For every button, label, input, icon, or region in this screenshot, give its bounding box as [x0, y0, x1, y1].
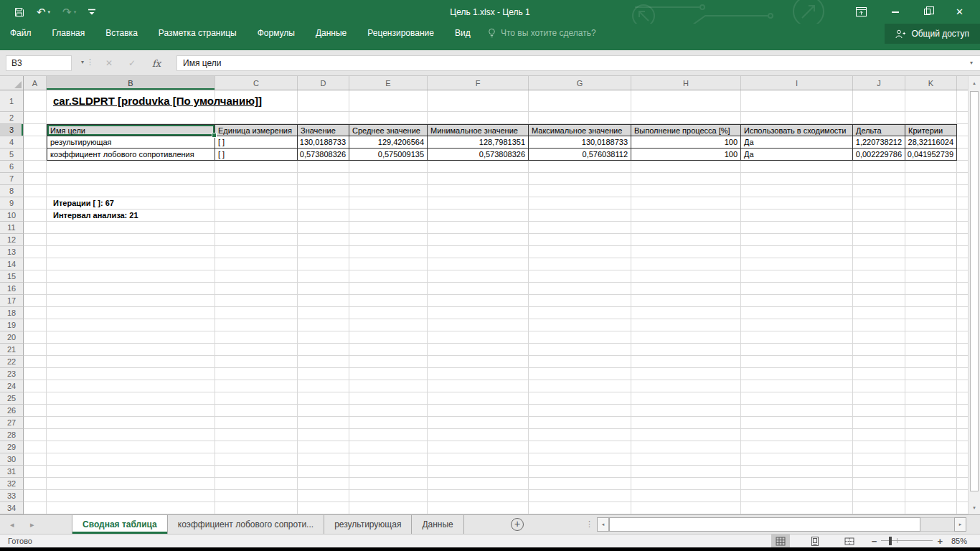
cell-D31[interactable] [298, 466, 349, 478]
ribbon-tab-разметка-страницы[interactable]: Разметка страницы [159, 24, 237, 42]
cell-I12[interactable] [741, 234, 853, 246]
cell-I29[interactable] [741, 441, 853, 453]
cell-F20[interactable] [428, 331, 529, 344]
cell-E22[interactable] [349, 356, 428, 368]
cell-G29[interactable] [529, 441, 631, 453]
cell-D25[interactable] [298, 392, 349, 405]
cell-G3[interactable]: Максимальное значение [529, 124, 631, 136]
cell-G7[interactable] [529, 173, 631, 185]
row-header-27[interactable]: 27 [0, 417, 24, 429]
cell-I3[interactable]: Использовать в сходимости [741, 124, 853, 136]
cell-C2[interactable] [215, 112, 298, 124]
sheet-tab-4[interactable]: Данные [412, 515, 463, 534]
cell-I8[interactable] [741, 185, 853, 197]
cell-C8[interactable] [215, 185, 298, 197]
cell-J21[interactable] [853, 344, 905, 356]
cell-D28[interactable] [298, 429, 349, 441]
cell-A22[interactable] [24, 356, 47, 368]
cell-H17[interactable] [631, 295, 741, 307]
cell-H14[interactable] [631, 258, 741, 270]
cell-B34[interactable] [47, 502, 215, 514]
cell-E27[interactable] [349, 417, 428, 429]
cell-K24[interactable] [905, 380, 957, 392]
cell-D21[interactable] [298, 344, 349, 356]
cell-B8[interactable] [47, 185, 215, 197]
column-header-A[interactable]: A [24, 76, 47, 90]
cell-B1[interactable]: car.SLDPRT [produvka [По умолчанию]] [47, 90, 215, 112]
cell-H22[interactable] [631, 356, 741, 368]
ribbon-tab-рецензирование[interactable]: Рецензирование [367, 24, 434, 42]
cell-J25[interactable] [853, 392, 905, 405]
cell-D19[interactable] [298, 319, 349, 331]
cell-A19[interactable] [24, 319, 47, 331]
cell-J29[interactable] [853, 441, 905, 453]
cell-F19[interactable] [428, 319, 529, 331]
cell-E15[interactable] [349, 270, 428, 283]
cell-H8[interactable] [631, 185, 741, 197]
cell-C14[interactable] [215, 258, 298, 270]
cell-H10[interactable] [631, 209, 741, 222]
cell-D20[interactable] [298, 331, 349, 344]
cell-G19[interactable] [529, 319, 631, 331]
cell-G12[interactable] [529, 234, 631, 246]
scroll-right-arrow-icon[interactable]: ▸ [954, 517, 966, 532]
cell-B16[interactable] [47, 283, 215, 295]
scroll-left-arrow-icon[interactable]: ◂ [597, 517, 609, 532]
cell-B13[interactable] [47, 246, 215, 258]
cell-J27[interactable] [853, 417, 905, 429]
cell-E24[interactable] [349, 380, 428, 392]
enter-button[interactable]: ✓ [123, 55, 141, 71]
cell-A8[interactable] [24, 185, 47, 197]
cell-J3[interactable]: Дельта [853, 124, 905, 136]
cell-A23[interactable] [24, 368, 47, 380]
cell-F5[interactable]: 0,573808326 [428, 149, 529, 161]
cell-D23[interactable] [298, 368, 349, 380]
cell-A13[interactable] [24, 246, 47, 258]
sheet-nav-left-arrow[interactable]: ◂ [10, 515, 14, 534]
sheet-tab-3[interactable]: результирующая [324, 515, 412, 534]
cell-E33[interactable] [349, 490, 428, 502]
cell-E17[interactable] [349, 295, 428, 307]
cell-G23[interactable] [529, 368, 631, 380]
ribbon-display-options-button[interactable] [845, 0, 877, 24]
cell-E10[interactable] [349, 209, 428, 222]
cell-G21[interactable] [529, 344, 631, 356]
cell-E7[interactable] [349, 173, 428, 185]
cell-K21[interactable] [905, 344, 957, 356]
cell-K4[interactable]: 28,32116024 [905, 136, 957, 149]
cell-F1[interactable] [428, 90, 529, 112]
cell-F22[interactable] [428, 356, 529, 368]
sheet-nav-right-arrow[interactable]: ▸ [30, 515, 34, 534]
cell-K33[interactable] [905, 490, 957, 502]
cell-K2[interactable] [905, 112, 957, 124]
cell-D1[interactable] [298, 90, 349, 112]
cell-F23[interactable] [428, 368, 529, 380]
cell-G20[interactable] [529, 331, 631, 344]
column-header-B[interactable]: B [47, 76, 215, 90]
cell-K16[interactable] [905, 283, 957, 295]
cell-A2[interactable] [24, 112, 47, 124]
cell-D26[interactable] [298, 405, 349, 417]
cell-E28[interactable] [349, 429, 428, 441]
cell-H19[interactable] [631, 319, 741, 331]
cell-F26[interactable] [428, 405, 529, 417]
cell-A16[interactable] [24, 283, 47, 295]
cell-F14[interactable] [428, 258, 529, 270]
cell-D3[interactable]: Значение [298, 124, 349, 136]
cell-E8[interactable] [349, 185, 428, 197]
cell-D2[interactable] [298, 112, 349, 124]
cell-I30[interactable] [741, 453, 853, 466]
row-header-7[interactable]: 7 [0, 173, 24, 185]
cell-G26[interactable] [529, 405, 631, 417]
cell-D9[interactable] [298, 197, 349, 209]
cell-J17[interactable] [853, 295, 905, 307]
vertical-scrollbar[interactable]: ▴ ▾ [968, 76, 980, 514]
cell-J30[interactable] [853, 453, 905, 466]
cell-F6[interactable] [428, 161, 529, 173]
cell-K22[interactable] [905, 356, 957, 368]
cell-C29[interactable] [215, 441, 298, 453]
cell-J10[interactable] [853, 209, 905, 222]
cell-H5[interactable]: 100 [631, 149, 741, 161]
cell-G6[interactable] [529, 161, 631, 173]
cell-I27[interactable] [741, 417, 853, 429]
